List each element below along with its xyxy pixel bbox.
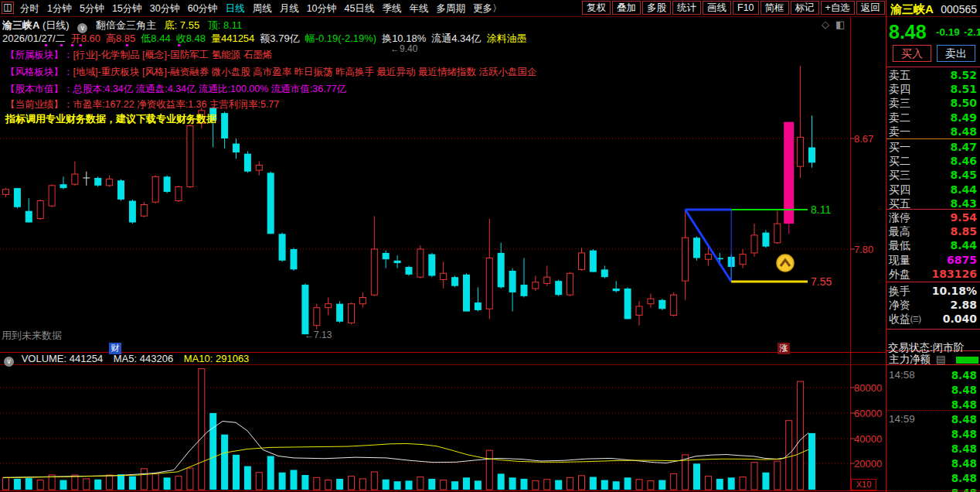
bid-row-label: 买一 [889, 141, 910, 153]
quote-segment: 低8.44 [141, 32, 170, 44]
volume-header: ∨ VOLUME: 441254 MA5: 443206 MA10: 29106… [4, 353, 249, 367]
rise-badge[interactable]: 涨 [778, 343, 790, 354]
quote-segment: 换10.18% [382, 32, 426, 44]
tool-button-+自选[interactable]: +自选 [821, 1, 855, 15]
price-change: -0.19 [936, 26, 960, 38]
stat-row-value: 8.85 [950, 225, 977, 237]
last-price: 8.48 [889, 21, 927, 43]
period-item-10分钟[interactable]: 10分钟 [307, 2, 337, 15]
stat-row: 换手10.18% [889, 285, 977, 297]
period-item-45日线[interactable]: 45日线 [345, 2, 375, 15]
period-item-更多〉[interactable]: 更多〉 [473, 2, 502, 15]
tool-button-复权[interactable]: 复权 [582, 1, 611, 15]
period-item-15分钟[interactable]: 15分钟 [112, 2, 142, 15]
tool-menu: 复权叠加多股统计画线F10简框标记+自选返回 [582, 1, 885, 15]
period-item-季线[interactable]: 季线 [382, 2, 401, 15]
info-line: 【当前业绩】：市盈率:167.22 净资收益率:1.36 主营利润率:5.77 [5, 98, 279, 111]
tool-button-统计[interactable]: 统计 [672, 1, 701, 15]
volume-axis-label: 20000 [854, 458, 882, 470]
stat-row-label: 最高 [889, 225, 910, 237]
info-line-text: 市盈率:167.22 净资收益率:1.36 主营利润率:5.77 [73, 99, 280, 110]
indicator-top-value: 顶: 8.11 [208, 19, 243, 31]
quote-segment: 额3.79亿 [260, 32, 299, 44]
info-line-label: 【风格板块】： [5, 67, 73, 77]
bid-row: 买一8.47 [889, 141, 977, 153]
quote-segment: 幅-0.19(-2.19%) [305, 32, 376, 44]
list-icon[interactable]: ▤ [936, 354, 946, 365]
quote-segment: 涂料油墨 [487, 32, 527, 44]
panel-divider [886, 0, 886, 492]
price-change-pct: -2.19 [964, 26, 980, 38]
high-price-marker: ←9.40 [390, 43, 417, 54]
period-item-年线[interactable]: 年线 [409, 2, 428, 15]
period-item-多周期[interactable]: 多周期 [436, 2, 465, 15]
resistance-label: 8.11 [811, 203, 831, 216]
buy-button[interactable]: 买入 [893, 45, 931, 62]
tick-separator [886, 490, 980, 491]
tool-button-返回[interactable]: 返回 [856, 1, 885, 15]
finance-data-notice: 指标调用专业财务数据，建议下载专业财务数据 [5, 112, 216, 126]
stat-row-value: 8.44 [950, 239, 977, 251]
ask-row-value: 8.52 [950, 69, 977, 81]
tick-price: 8.48 [951, 369, 977, 381]
period-item-日线[interactable]: 日线 [226, 2, 245, 15]
tick-row: 8.48 [889, 472, 977, 484]
period-item-30分钟[interactable]: 30分钟 [150, 2, 180, 15]
separator [886, 209, 980, 210]
volume-axis-label: 60000 [854, 408, 882, 419]
quote-segment: 高8.85 [106, 32, 135, 44]
stat-row-value: 0.040 [943, 313, 977, 325]
bid-row-value: 8.45 [950, 169, 977, 181]
tool-button-画线[interactable]: 画线 [703, 1, 731, 15]
volume-multiplier: X10 [851, 479, 876, 490]
stock-title: 渝三峡A (日线) [2, 19, 70, 31]
window-split-icon[interactable]: ◫ [2, 2, 14, 14]
ask-row-label: 卖二 [889, 111, 910, 124]
price-axis-label: 7.80 [854, 244, 873, 255]
period-item-1分钟[interactable]: 1分钟 [47, 2, 72, 15]
period-item-月线[interactable]: 月线 [280, 2, 299, 15]
quote-segment: 流通4.34亿 [431, 32, 481, 44]
indicator-bottom-value: 底: 7.55 [165, 19, 200, 31]
period-item-周线[interactable]: 周线 [253, 2, 272, 15]
info-line-label: 【当前业绩】： [5, 99, 73, 110]
mid-price-separator [886, 138, 980, 139]
tool-button-F10[interactable]: F10 [733, 1, 759, 15]
volume-collapse-icon[interactable]: ∨ [4, 357, 14, 367]
period-item-60分钟[interactable]: 60分钟 [188, 2, 218, 15]
tick-row: 14:588.48 [889, 369, 977, 381]
tick-price: 8.48 [951, 442, 977, 455]
tick-row: 8.48 [889, 384, 977, 396]
stat-row: 涨停9.54 [889, 211, 977, 224]
stat-row: 净资2.88 [889, 299, 977, 311]
bid-row-label: 买五 [889, 197, 910, 210]
bid-row: 买三8.45 [889, 169, 977, 181]
period-item-5分钟[interactable]: 5分钟 [80, 2, 104, 15]
sell-button[interactable]: 卖出 [937, 45, 975, 62]
ask-row-label: 卖一 [889, 125, 910, 138]
hotkey-dot [178, 44, 180, 46]
bid-row: 买五8.43 [889, 197, 977, 210]
tick-time: 14:59 [889, 413, 915, 425]
tick-price: 8.48 [951, 428, 977, 440]
ask-row-value: 8.51 [950, 83, 977, 95]
ask-row: 卖五8.52 [889, 69, 977, 81]
tick-row: 8.48 [889, 442, 977, 455]
stat-row-value: 2.88 [950, 299, 977, 311]
tool-button-多股[interactable]: 多股 [642, 1, 671, 15]
stat-row: 现量6875 [889, 254, 977, 266]
tick-price: 8.48 [951, 472, 977, 484]
tool-button-标记[interactable]: 标记 [791, 1, 819, 15]
diamond-icon[interactable]: ◇ [822, 19, 829, 30]
info-line-label: 【所属板块】： [5, 50, 73, 60]
tick-row: 14:598.48 [889, 413, 977, 425]
quote-segment: 2026/01/27/二 [2, 32, 66, 44]
split-window-icon[interactable]: ◧ [835, 19, 845, 30]
bid-row: 买四8.44 [889, 183, 977, 196]
tool-button-叠加[interactable]: 叠加 [612, 1, 641, 15]
tool-button-简框[interactable]: 简框 [761, 1, 789, 15]
ask-row-value: 8.49 [950, 111, 977, 124]
period-item-分时[interactable]: 分时 [20, 2, 39, 15]
support-label: 7.55 [811, 275, 832, 288]
hotkey-dot [45, 44, 47, 46]
